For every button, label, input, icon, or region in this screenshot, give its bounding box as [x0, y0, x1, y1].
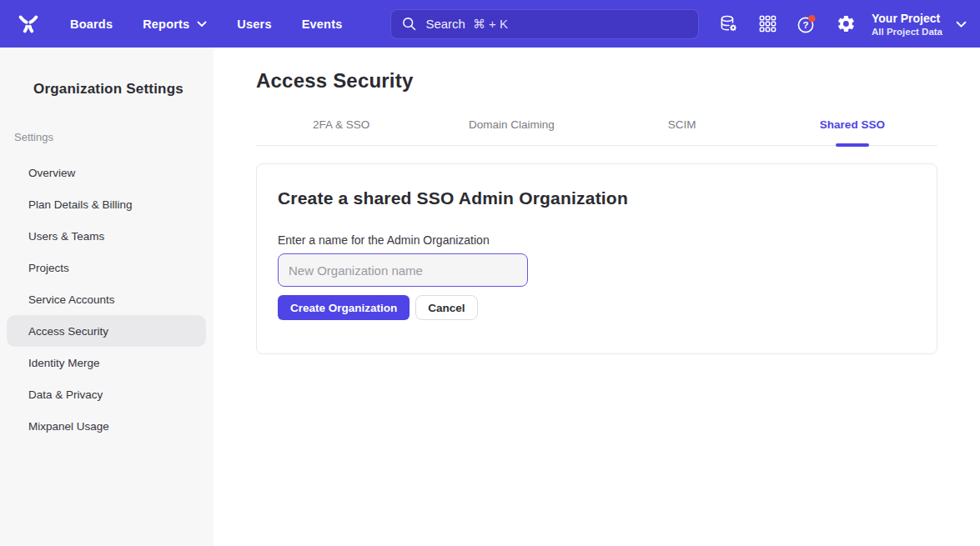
- nav-item-label: Events: [302, 18, 343, 31]
- sidebar-item-label: Data & Privacy: [28, 388, 103, 401]
- sidebar-section-label: Settings: [14, 131, 214, 143]
- settings-gear-button[interactable]: [832, 10, 860, 38]
- data-management-button[interactable]: [714, 10, 742, 38]
- notification-dot: [808, 15, 816, 23]
- chevron-down-icon: [197, 21, 207, 28]
- create-organization-button[interactable]: Create Organization: [278, 295, 410, 320]
- sidebar-item-identity-merge[interactable]: Identity Merge: [7, 347, 206, 378]
- sidebar-item-data-privacy[interactable]: Data & Privacy: [7, 378, 206, 410]
- top-navbar: Boards Reports Users Events Search ⌘ + K: [0, 0, 980, 48]
- sidebar-item-label: Overview: [28, 167, 75, 179]
- chevron-down-icon: [956, 17, 967, 32]
- project-selector-text: Your Project All Project Data: [872, 11, 942, 38]
- sidebar-item-label: Users & Teams: [28, 230, 104, 243]
- tab-domain-claiming[interactable]: Domain Claiming: [426, 118, 596, 145]
- search-shortcut: ⌘ + K: [473, 17, 508, 32]
- sidebar-item-label: Service Accounts: [28, 293, 115, 306]
- sidebar-item-mixpanel-usage[interactable]: Mixpanel Usage: [7, 410, 206, 442]
- sidebar-item-access-security[interactable]: Access Security: [7, 315, 206, 347]
- sidebar-item-label: Mixpanel Usage: [28, 420, 109, 433]
- search-placeholder: Search: [425, 17, 465, 31]
- sidebar-title: Organization Settings: [33, 81, 214, 98]
- sidebar-item-overview[interactable]: Overview: [7, 157, 206, 188]
- sidebar-item-label: Access Security: [28, 325, 108, 338]
- tab-label: SCIM: [668, 118, 696, 131]
- nav-item-label: Boards: [70, 18, 113, 31]
- sidebar-item-label: Projects: [28, 262, 69, 274]
- help-button[interactable]: ?: [792, 10, 821, 38]
- nav-item-reports[interactable]: Reports: [143, 18, 207, 31]
- navbar-actions: ? Your Project All Project Data: [703, 10, 967, 38]
- data-management-icon: [718, 13, 739, 34]
- org-name-field-label: Enter a name for the Admin Organization: [278, 233, 916, 247]
- project-selector[interactable]: Your Project All Project Data: [872, 11, 967, 38]
- tab-2fa-sso[interactable]: 2FA & SSO: [256, 118, 426, 145]
- main-content: Access Security 2FA & SSO Domain Claimin…: [214, 48, 980, 546]
- tab-label: Domain Claiming: [469, 118, 555, 131]
- page-title: Access Security: [256, 69, 937, 93]
- sidebar-item-users-teams[interactable]: Users & Teams: [7, 220, 206, 252]
- cancel-button[interactable]: Cancel: [415, 295, 477, 320]
- mixpanel-logo[interactable]: [15, 11, 42, 38]
- nav-item-users[interactable]: Users: [237, 18, 271, 31]
- organization-name-input[interactable]: [278, 253, 528, 287]
- tab-label: 2FA & SSO: [313, 118, 369, 131]
- tab-label: Shared SSO: [820, 118, 885, 131]
- apps-grid-icon: [758, 14, 777, 33]
- tab-shared-sso[interactable]: Shared SSO: [767, 118, 937, 145]
- mixpanel-logo-icon: [16, 12, 41, 37]
- search-input[interactable]: Search ⌘ + K: [390, 9, 699, 39]
- apps-grid-button[interactable]: [753, 10, 781, 38]
- help-icon: ?: [796, 13, 817, 35]
- sidebar-item-projects[interactable]: Projects: [7, 252, 206, 283]
- sidebar-item-service-accounts[interactable]: Service Accounts: [7, 283, 206, 315]
- tab-bar: 2FA & SSO Domain Claiming SCIM Shared SS…: [256, 118, 937, 146]
- sidebar-item-plan-details-billing[interactable]: Plan Details & Billing: [7, 188, 206, 220]
- nav-item-events[interactable]: Events: [302, 18, 343, 31]
- nav-item-label: Users: [237, 18, 271, 31]
- sidebar-nav-list: Overview Plan Details & Billing Users & …: [0, 157, 214, 442]
- gear-icon: [837, 14, 856, 33]
- create-sso-org-card: Create a shared SSO Admin Organization E…: [256, 163, 937, 354]
- card-actions: Create Organization Cancel: [278, 295, 916, 320]
- nav-item-boards[interactable]: Boards: [70, 18, 113, 31]
- svg-text:?: ?: [802, 20, 808, 30]
- sidebar-item-label: Plan Details & Billing: [28, 198, 133, 211]
- card-title: Create a shared SSO Admin Organization: [278, 188, 916, 208]
- primary-nav: Boards Reports Users Events: [70, 18, 372, 31]
- tab-scim[interactable]: SCIM: [597, 118, 767, 145]
- sidebar: Organization Settings Settings Overview …: [0, 48, 214, 546]
- project-name: Your Project: [872, 11, 940, 26]
- project-data-scope: All Project Data: [872, 26, 942, 38]
- search-icon: [401, 16, 417, 32]
- sidebar-item-label: Identity Merge: [28, 357, 100, 369]
- nav-item-label: Reports: [143, 18, 189, 31]
